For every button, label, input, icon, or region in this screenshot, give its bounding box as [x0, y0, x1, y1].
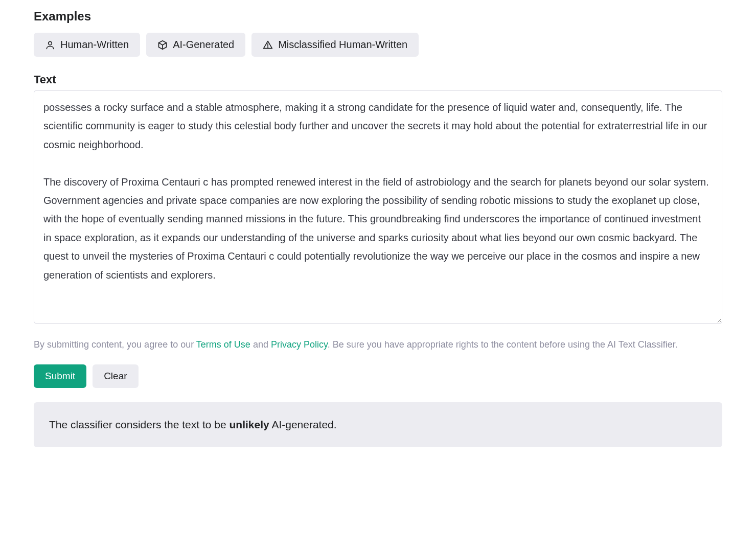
example-human-written-button[interactable]: Human-Written — [34, 33, 140, 57]
person-icon — [45, 40, 55, 50]
action-row: Submit Clear — [34, 364, 722, 388]
textarea-wrap — [34, 90, 722, 326]
terms-of-use-link[interactable]: Terms of Use — [196, 339, 250, 350]
privacy-policy-link[interactable]: Privacy Policy — [271, 339, 328, 350]
example-ai-generated-button[interactable]: AI-Generated — [146, 33, 245, 57]
example-human-label: Human-Written — [60, 39, 129, 51]
legal-and: and — [250, 339, 271, 350]
clear-button[interactable]: Clear — [93, 364, 138, 388]
warning-triangle-icon — [263, 40, 273, 50]
legal-notice: By submitting content, you agree to our … — [34, 336, 722, 353]
example-misclassified-label: Misclassified Human-Written — [278, 39, 407, 51]
text-input[interactable] — [34, 90, 722, 324]
result-prefix: The classifier considers the text to be — [49, 419, 230, 430]
svg-point-0 — [49, 41, 52, 45]
page-root: Examples Human-Written AI-Generated — [0, 0, 756, 468]
example-ai-label: AI-Generated — [173, 39, 234, 51]
result-verdict: unlikely — [230, 419, 269, 430]
legal-suffix: . Be sure you have appropriate rights to… — [328, 339, 678, 350]
result-box: The classifier considers the text to be … — [34, 402, 722, 447]
svg-point-2 — [268, 47, 268, 47]
result-suffix: AI-generated. — [269, 419, 337, 430]
legal-prefix: By submitting content, you agree to our — [34, 339, 196, 350]
examples-heading: Examples — [34, 9, 722, 24]
cube-icon — [157, 40, 168, 50]
examples-row: Human-Written AI-Generated Misclassi — [34, 33, 722, 57]
example-misclassified-button[interactable]: Misclassified Human-Written — [251, 33, 419, 57]
text-field-label: Text — [34, 73, 722, 86]
submit-button[interactable]: Submit — [34, 364, 86, 388]
